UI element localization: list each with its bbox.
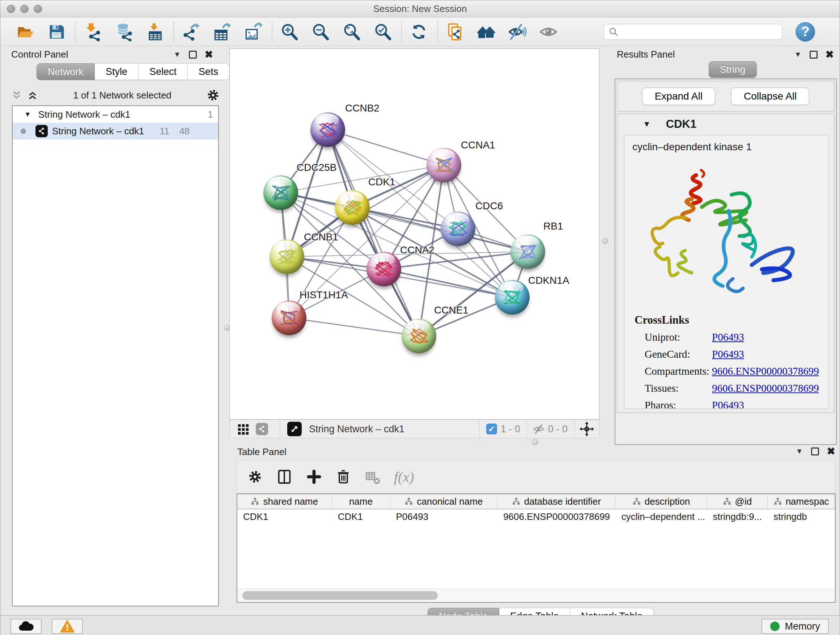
network-node-CCNA2[interactable] <box>366 252 401 287</box>
float-panel-icon[interactable] <box>811 448 819 455</box>
show-all-button[interactable] <box>538 21 559 42</box>
delete-column-trash-icon[interactable] <box>335 469 351 485</box>
export-table-button[interactable] <box>212 21 233 42</box>
table-cell[interactable]: CDK1 <box>332 509 390 524</box>
column-header[interactable]: @id <box>707 494 767 509</box>
zoom-in-button[interactable] <box>279 21 300 42</box>
crosslink-link[interactable]: P06493 <box>712 348 744 360</box>
apply-layout-button[interactable] <box>409 21 429 42</box>
network-thumbnail-icon[interactable] <box>256 423 268 435</box>
table-horizontal-scrollbar[interactable] <box>237 588 836 603</box>
tab-style[interactable]: Style <box>95 63 139 80</box>
network-node-CDK1[interactable] <box>335 190 370 225</box>
network-collection-row[interactable]: ▼ String Network – cdk1 1 <box>13 106 218 123</box>
network-node-CDKN1A[interactable] <box>495 280 530 315</box>
column-header[interactable]: shared name <box>237 494 332 509</box>
result-entry-header[interactable]: ▼ CDK1 <box>617 114 834 134</box>
memory-button[interactable]: Memory <box>761 619 829 634</box>
collapse-panel-icon[interactable]: ▼ <box>794 50 802 59</box>
tab-select[interactable]: Select <box>139 63 188 80</box>
table-cell[interactable]: cyclin–dependent ... <box>616 509 707 524</box>
right-splitter-handle[interactable] <box>602 238 608 244</box>
collapse-all-button[interactable]: Collapse All <box>731 88 809 105</box>
first-neighbors-button[interactable] <box>476 21 497 42</box>
network-options-gear-icon[interactable] <box>206 88 220 103</box>
crosslink-link[interactable]: P06493 <box>712 331 744 343</box>
close-panel-icon[interactable]: ✖ <box>827 448 835 455</box>
crosslink-link[interactable]: P06493 <box>712 399 744 409</box>
network-view-toolbar: String Network – cdk1 ✓ 1 - 0 0 - 0 <box>229 420 600 439</box>
table-cell[interactable]: 9606.ENSP00000378699 <box>497 509 616 524</box>
detach-view-button[interactable] <box>287 422 302 436</box>
table-options-gear-icon[interactable] <box>247 469 263 485</box>
close-panel-icon[interactable]: ✖ <box>205 51 213 59</box>
network-canvas[interactable]: CCNB2CCNA1CDC25BCDK1CDC6RB1CCNB1CCNA2CDK… <box>229 49 600 420</box>
close-panel-icon[interactable]: ✖ <box>826 51 834 59</box>
selected-checkbox[interactable]: ✓ <box>486 424 497 434</box>
toolbar-separator <box>401 22 402 42</box>
search-input[interactable] <box>619 27 771 38</box>
network-node-CCNE1[interactable] <box>401 318 436 353</box>
zoom-out-button[interactable] <box>310 21 331 42</box>
import-network-button[interactable] <box>82 21 103 42</box>
hidden-eye-slash-icon[interactable] <box>532 423 545 435</box>
tab-network[interactable]: Network <box>36 63 95 80</box>
import-network-from-database-button[interactable] <box>113 21 134 42</box>
column-header[interactable]: database identifier <box>497 494 616 509</box>
show-columns-icon[interactable] <box>276 469 293 485</box>
collapse-entry-icon[interactable]: ▼ <box>643 119 651 129</box>
tab-string[interactable]: String <box>709 61 757 78</box>
network-node-CCNA1[interactable] <box>426 148 461 182</box>
table-cell[interactable]: stringdb <box>767 509 835 524</box>
horizontal-splitter-handle[interactable] <box>532 439 538 445</box>
scrollbar-thumb[interactable] <box>242 591 438 600</box>
table-header-row: shared namenamecanonical namedatabase id… <box>237 494 835 509</box>
expand-all-button[interactable]: Expand All <box>642 88 715 105</box>
cloud-status-button[interactable] <box>11 619 42 634</box>
tree-expand-icon[interactable]: ▼ <box>24 111 31 119</box>
network-edges[interactable] <box>230 49 600 420</box>
table-cell[interactable]: P06493 <box>390 509 498 524</box>
export-network-button[interactable] <box>180 21 202 42</box>
export-image-button[interactable] <box>243 21 264 42</box>
expand-all-networks-icon[interactable] <box>11 89 23 101</box>
network-node-CDC6[interactable] <box>441 211 475 246</box>
network-node-RB1[interactable] <box>510 234 545 269</box>
column-header[interactable]: name <box>332 494 390 509</box>
table-panel: Table Panel ▼ ✖ f(x) shared namenamecano… <box>229 447 840 615</box>
search-field[interactable] <box>604 24 783 40</box>
network-from-selection-button[interactable] <box>445 21 466 42</box>
column-header[interactable]: canonical name <box>390 494 498 509</box>
float-panel-icon[interactable] <box>189 51 197 59</box>
open-session-button[interactable] <box>15 21 36 42</box>
network-node-CCNB1[interactable] <box>270 239 304 274</box>
zoom-out-icon <box>311 22 330 41</box>
add-column-plus-icon[interactable] <box>306 469 322 485</box>
network-row-selected[interactable]: String Network – cdk1 11 48 <box>13 123 218 139</box>
collapse-panel-icon[interactable]: ▼ <box>796 447 803 455</box>
zoom-fit-button[interactable] <box>341 21 362 42</box>
network-node-CCNB2[interactable] <box>310 112 345 147</box>
collapse-all-networks-icon[interactable] <box>27 89 39 101</box>
tab-sets[interactable]: Sets <box>188 63 229 80</box>
grid-view-icon[interactable] <box>236 422 251 436</box>
table-cell[interactable]: stringdb:9... <box>707 509 767 524</box>
float-panel-icon[interactable] <box>810 51 818 59</box>
network-node-CDC25B[interactable] <box>264 175 298 210</box>
column-header[interactable]: description <box>616 494 707 509</box>
node-structure-thumbnail <box>499 286 525 309</box>
network-node-HIST1H1A[interactable] <box>272 301 306 335</box>
column-header[interactable]: namespac <box>767 494 835 509</box>
save-session-button[interactable] <box>46 21 67 42</box>
import-table-button[interactable] <box>144 21 165 42</box>
help-button[interactable]: ? <box>796 22 815 42</box>
table-row[interactable]: CDK1CDK1P064939606.ENSP00000378699cyclin… <box>237 509 835 524</box>
collapse-panel-icon[interactable]: ▼ <box>174 50 181 59</box>
zoom-selected-button[interactable] <box>372 21 393 42</box>
crosslink-link[interactable]: 9606.ENSP00000378699 <box>712 382 819 394</box>
birds-eye-crosshair-icon[interactable] <box>579 421 595 437</box>
table-cell[interactable]: CDK1 <box>237 509 332 524</box>
crosslink-link[interactable]: 9606.ENSP00000378699 <box>712 365 819 377</box>
warnings-button[interactable] <box>52 619 83 634</box>
hide-selected-button[interactable] <box>507 21 528 42</box>
